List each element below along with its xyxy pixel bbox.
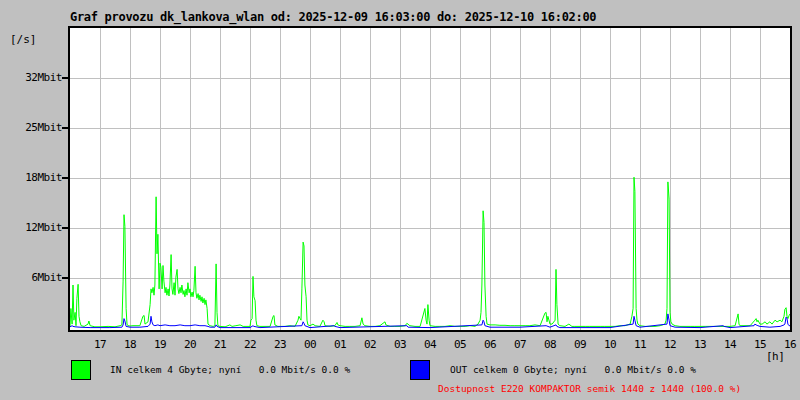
y-tick-mark	[62, 277, 69, 279]
y-tick-mark	[62, 177, 69, 179]
legend-out-label: OUT celkem 0 Gbyte; nyní 0.0 Mbit/s 0.0 …	[450, 364, 696, 375]
x-tick-label: 19	[145, 338, 175, 351]
y-tick-label: 12Mbit	[0, 221, 62, 234]
x-tick-label: 07	[505, 338, 535, 351]
x-tick-label: 10	[595, 338, 625, 351]
x-tick-label: 03	[385, 338, 415, 351]
y-tick-label: 6Mbit	[0, 271, 62, 284]
x-tick-label: 20	[175, 338, 205, 351]
plot-svg	[70, 28, 790, 330]
chart-title: Graf provozu dk_lankova_wlan od: 2025-12…	[70, 10, 596, 24]
x-tick-label: 05	[445, 338, 475, 351]
legend-in-label: IN celkem 4 Gbyte; nyní 0.0 Mbit/s 0.0 %	[110, 364, 350, 375]
x-tick-label: 12	[655, 338, 685, 351]
y-axis-unit-label: [/s]	[10, 33, 37, 46]
plot-area	[68, 26, 792, 332]
x-tick-label: 21	[205, 338, 235, 351]
y-tick-label: 32Mbit	[0, 71, 62, 84]
x-tick-label: 14	[715, 338, 745, 351]
x-tick-label: 13	[685, 338, 715, 351]
x-tick-label: 18	[115, 338, 145, 351]
x-tick-label: 22	[235, 338, 265, 351]
y-tick-mark	[62, 77, 69, 79]
x-axis-unit-label: [h]	[766, 350, 784, 363]
y-tick-mark	[62, 227, 69, 229]
availability-text: Dostupnost E220 KOMPAKTOR semik 1440 z 1…	[438, 383, 741, 394]
x-tick-label: 23	[265, 338, 295, 351]
mrtg-traffic-graph-page: { "header": { "title": "Graf provozu dk_…	[0, 0, 800, 400]
legend-out-swatch	[410, 360, 430, 380]
y-tick-mark	[62, 127, 69, 129]
x-tick-label: 01	[325, 338, 355, 351]
x-tick-label: 06	[475, 338, 505, 351]
legend-in-swatch	[71, 360, 91, 380]
x-tick-label: 11	[625, 338, 655, 351]
x-tick-label: 08	[535, 338, 565, 351]
x-tick-label: 00	[295, 338, 325, 351]
x-tick-label: 09	[565, 338, 595, 351]
x-tick-label: 04	[415, 338, 445, 351]
y-tick-label: 25Mbit	[0, 121, 62, 134]
y-tick-label: 18Mbit	[0, 171, 62, 184]
x-tick-label: 02	[355, 338, 385, 351]
x-tick-label: 17	[85, 338, 115, 351]
